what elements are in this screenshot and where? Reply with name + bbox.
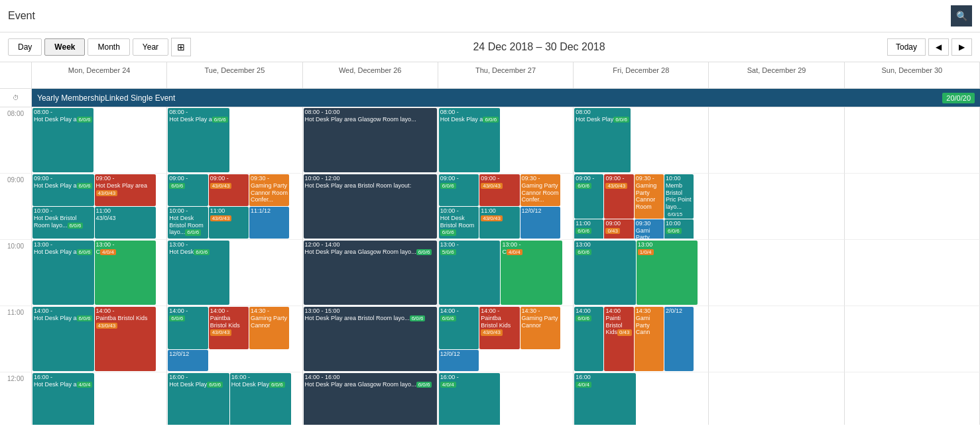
- event[interactable]: 09:30 -Gaming Party Cannor Room Confer..…: [249, 174, 289, 206]
- next-button[interactable]: ▶: [951, 38, 972, 56]
- event[interactable]: 10:00 -Hot Desk Bristol Room layo...6/0/…: [32, 207, 94, 239]
- cell-wed-10: 12:00 - 14:00Hot Desk Play area Glasgow …: [303, 240, 438, 306]
- event[interactable]: 14:006/0/6: [574, 307, 603, 371]
- cell-sun-09: [845, 174, 980, 240]
- event[interactable]: 16:00 -Hot Desk Play a4/0/4: [32, 373, 94, 425]
- cell-tue-12: 16:00 -Hot Desk Play6/0/6 16:00 -Hot Des…: [167, 372, 302, 425]
- event[interactable]: 09:00 -Hot Desk Play area43/0/43: [95, 174, 156, 206]
- cell-fri-09: 09:00 -6/0/6 09:00 -43/0/43 09:30 -Gamin…: [574, 174, 709, 240]
- banner-badge: 20/0/20: [942, 93, 975, 103]
- event[interactable]: 12/0/12: [168, 350, 208, 371]
- event[interactable]: 12/0/12: [521, 207, 560, 239]
- cell-sat-11: [709, 306, 844, 372]
- grid-toggle-button[interactable]: ⊞: [171, 38, 191, 56]
- cell-wed-09: 10:00 - 12:00Hot Desk Play area Bristol …: [303, 174, 438, 240]
- calendar-grid: Mon, December 24 Tue, December 25 Wed, D…: [0, 62, 980, 425]
- event[interactable]: 14:00 - 16:00Hot Desk Play area Glasgow …: [304, 373, 437, 425]
- event[interactable]: 10:00 -Hot Desk Bristol Room6/0/6: [439, 207, 479, 239]
- event[interactable]: 14:00 -Paintba Bristol Kids43/0/43: [95, 307, 156, 371]
- event[interactable]: 09:00 -6/0/6: [439, 174, 479, 206]
- cell-thu-09: 09:00 -6/0/6 09:00 -43/0/43 09:30 -Gamin…: [438, 174, 574, 240]
- event[interactable]: 10:006/0/6: [664, 219, 694, 239]
- event[interactable]: 10:00 -Hot Desk Bristol Room layo...6/0/…: [168, 207, 208, 239]
- toolbar: Day Week Month Year ⊞ 24 Dec 2018 – 30 D…: [0, 32, 980, 62]
- day-header-fri: Fri, December 28: [574, 62, 709, 89]
- event[interactable]: 09:000/43: [604, 219, 633, 239]
- search-button[interactable]: 🔍: [951, 5, 972, 27]
- cell-sun-11: [845, 306, 980, 372]
- event[interactable]: 12/0/12: [439, 350, 479, 371]
- event[interactable]: 12:00 - 14:00Hot Desk Play area Glasgow …: [304, 241, 437, 305]
- event[interactable]: 14:00 -Paintba Bristol Kids43/0/43: [209, 307, 249, 349]
- time-11: 11:00: [0, 306, 32, 372]
- event[interactable]: 16:00 -Hot Desk Play6/0/6: [168, 373, 229, 425]
- year-view-button[interactable]: Year: [133, 38, 168, 56]
- event[interactable]: 08:00 - 10:00Hot Desk Play area Glasgow …: [304, 108, 437, 172]
- event[interactable]: 08:00 -Hot Desk Play a6/0/6: [32, 108, 93, 172]
- event[interactable]: 13:00 -C4/0/4: [95, 241, 156, 305]
- event[interactable]: 16:004/0/4: [574, 373, 636, 425]
- cell-thu-10: 13:00 -5/0/6 13:00 -C4/0/4: [438, 240, 574, 306]
- cell-tue-11: 14:00 -6/0/6 14:00 -Paintba Bristol Kids…: [167, 306, 302, 372]
- event[interactable]: 11:0043/0/43: [479, 207, 519, 239]
- event[interactable]: 16:00 -Hot Desk Play6/0/6: [230, 373, 292, 425]
- today-button[interactable]: Today: [887, 38, 926, 56]
- event[interactable]: 11:0043/0/43: [95, 207, 156, 239]
- event[interactable]: 09:30 -Gaming Party Cannor Room Confer..…: [521, 174, 560, 206]
- day-header-tue: Tue, December 25: [167, 62, 302, 89]
- event[interactable]: 10:00Memb Bristol Pric Point layo...6/0/…: [664, 174, 694, 219]
- event[interactable]: 09:00 -6/0/6: [168, 174, 208, 206]
- event[interactable]: 08:00 -Hot Desk Play a6/0/6: [168, 108, 229, 172]
- week-view-button[interactable]: Week: [44, 38, 85, 56]
- cell-sat-12: [709, 372, 844, 425]
- event[interactable]: 08:00 -Hot Desk Play a6/0/6: [439, 108, 500, 172]
- event[interactable]: 09:00 -6/0/6: [574, 174, 603, 219]
- event[interactable]: 13:00 - 15:00Hot Desk Play area Bristol …: [304, 307, 437, 371]
- cell-mon-09: 09:00 -Hot Desk Play a6/0/6 09:00 -Hot D…: [32, 174, 167, 240]
- prev-button[interactable]: ◀: [928, 38, 949, 56]
- event[interactable]: 14:00 -Paintba Bristol Kids43/0/43: [479, 307, 519, 349]
- month-view-button[interactable]: Month: [88, 38, 129, 56]
- cell-mon-12: 16:00 -Hot Desk Play a4/0/4: [32, 372, 167, 425]
- cell-wed-11: 13:00 - 15:00Hot Desk Play area Bristol …: [303, 306, 438, 372]
- event[interactable]: 13:001/0/4: [637, 241, 698, 305]
- time-08: 08:00: [0, 107, 32, 174]
- nav-controls: Today ◀ ▶: [887, 38, 972, 56]
- event[interactable]: 11:006/0/6: [574, 219, 603, 239]
- cell-sat-09: [709, 174, 844, 240]
- day-header-sat: Sat, December 29: [709, 62, 844, 89]
- event[interactable]: 14:00Painti Bristol Kids0/43: [604, 307, 633, 371]
- event[interactable]: 13:00 -Hot Desk Play a6/0/6: [32, 241, 94, 305]
- event[interactable]: 14:30 -Gaming Party Cannor: [249, 307, 289, 349]
- cell-fri-12: 16:004/0/4: [574, 372, 709, 425]
- event[interactable]: 10:00 - 12:00Hot Desk Play area Bristol …: [304, 174, 437, 239]
- cell-mon-10: 13:00 -Hot Desk Play a6/0/6 13:00 -C4/0/…: [32, 240, 167, 306]
- event[interactable]: 08:00Hot Desk Play6/0/6: [574, 108, 631, 172]
- event[interactable]: 09:00 -43/0/43: [604, 174, 633, 219]
- cell-tue-10: 13:00 -Hot Desk6/0/6: [167, 240, 302, 306]
- event[interactable]: 14:30 -Gaming Party Cannor: [521, 307, 560, 349]
- event[interactable]: 13:006/0/6: [574, 241, 636, 305]
- cell-sun-12: [845, 372, 980, 425]
- event[interactable]: 13:00 -Hot Desk6/0/6: [168, 241, 229, 305]
- event[interactable]: 11:1/12: [249, 207, 289, 239]
- cell-thu-12: 16:00 -4/0/4: [438, 372, 574, 425]
- event[interactable]: 11:0043/0/43: [209, 207, 249, 239]
- time-09: 09:00: [0, 174, 32, 240]
- event[interactable]: 09:30 -Gaming Party Cannor Room: [635, 174, 664, 219]
- event[interactable]: 13:00 -5/0/6: [439, 241, 501, 305]
- event[interactable]: 14:00 -6/0/6: [168, 307, 208, 349]
- event[interactable]: 14:30Gami Party Cann: [635, 307, 664, 371]
- event[interactable]: 2/0/12: [664, 307, 694, 371]
- event[interactable]: 09:00 -Hot Desk Play a6/0/6: [32, 174, 94, 206]
- cell-sun-10: [845, 240, 980, 306]
- day-view-button[interactable]: Day: [8, 38, 42, 56]
- event[interactable]: 09:00 -43/0/43: [479, 174, 519, 206]
- event[interactable]: 16:00 -4/0/4: [439, 373, 501, 425]
- event[interactable]: 14:00 -6/0/6: [439, 307, 479, 349]
- cell-sat-10: [709, 240, 844, 306]
- event[interactable]: 09:00 -43/0/43: [209, 174, 249, 206]
- event[interactable]: 14:00 -Hot Desk Play a6/0/6: [32, 307, 94, 371]
- event[interactable]: 09:30Gami Party Cann: [635, 219, 664, 239]
- event[interactable]: 13:00 -C4/0/4: [501, 241, 562, 305]
